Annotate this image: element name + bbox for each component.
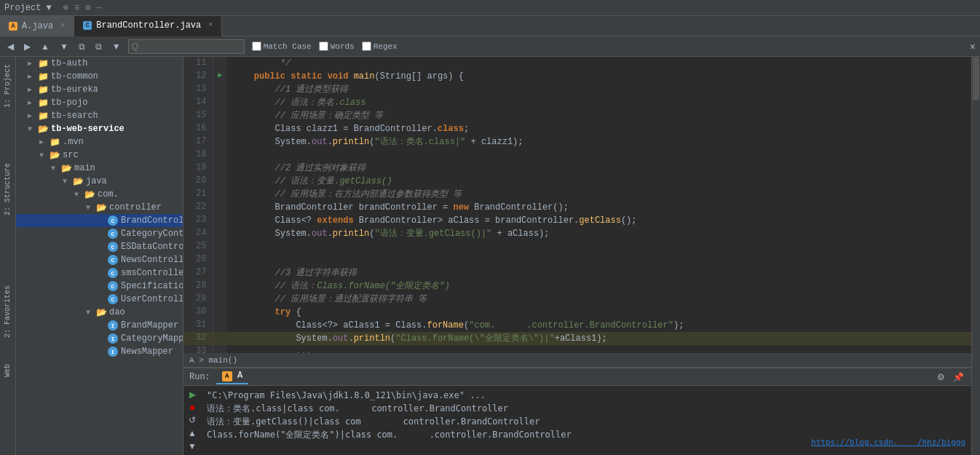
sidebar-item-com[interactable]: ▼ 📂 com.: [16, 188, 183, 201]
sidebar-item-newsmapper[interactable]: I NewsMapper: [16, 345, 183, 358]
tab-brandcontroller[interactable]: C BrandController.java ×: [74, 16, 222, 36]
line-content-21[interactable]: // 应用场景：在方法内部通过参数获得类型 等: [227, 188, 971, 201]
sidebar-item-java[interactable]: ▼ 📂 java: [16, 175, 183, 188]
expand-arrow-src: ▼: [39, 151, 50, 159]
java-icon-esdatacontroller: C: [108, 242, 118, 252]
right-scrollbar[interactable]: [971, 57, 980, 455]
search-back-btn[interactable]: ◀: [4, 40, 17, 53]
sidebar-item-newscontroller[interactable]: C NewsController: [16, 253, 183, 266]
interface-icon-newsmapper: I: [108, 347, 118, 357]
side-tab-project[interactable]: 1: Project: [2, 60, 13, 112]
sidebar-item-tb-pojo[interactable]: ▶ 📁 tb-pojo: [16, 96, 183, 109]
line-content-32[interactable]: System.out.println("Class.forName(\"全限定类…: [227, 332, 971, 345]
blog-link[interactable]: https://blog.csdn. /hhz/biggg: [811, 438, 965, 447]
line-content-18[interactable]: [227, 149, 971, 162]
sidebar-item-specificationcontroller[interactable]: C SpecificationController: [16, 280, 183, 293]
line-content-26[interactable]: [227, 253, 971, 266]
sidebar-item-brandcontroller[interactable]: C BrandController: [16, 214, 183, 227]
line-gutter-12: ▶: [213, 70, 227, 83]
run-settings-btn[interactable]: ⚙: [933, 370, 948, 384]
project-label[interactable]: Project ▼: [4, 3, 52, 13]
table-row: 11 */: [183, 57, 971, 70]
table-row: 25: [183, 240, 971, 253]
line-content-11[interactable]: */: [227, 57, 971, 70]
line-content-33[interactable]: ...: [227, 345, 971, 353]
line-content-23[interactable]: Class<? extends BrandController> aClass …: [227, 214, 971, 227]
sidebar-item-controller[interactable]: ▼ 📂 controller: [16, 201, 183, 214]
tab-b-close[interactable]: ×: [208, 21, 213, 29]
label-src: src: [63, 150, 79, 160]
line-gutter-30: [213, 306, 227, 319]
code-scroll[interactable]: 11 */ 12 ▶ public static void main(Strin…: [183, 57, 971, 353]
sidebar-item-dao[interactable]: ▼ 📂 dao: [16, 306, 183, 319]
search-copy2-btn[interactable]: ⧉: [92, 40, 105, 53]
line-content-31[interactable]: Class<?> aClass1 = Class.forName("com. .…: [227, 319, 971, 332]
search-up-btn[interactable]: ▲: [38, 40, 52, 53]
sidebar-item-usercontroller[interactable]: C UserController: [16, 293, 183, 306]
line-content-12[interactable]: public static void main(String[] args) {: [227, 70, 971, 83]
search-input[interactable]: [129, 41, 231, 52]
run-play-btn[interactable]: ▶: [185, 389, 199, 400]
run-pin-btn[interactable]: 📌: [951, 370, 965, 384]
sidebar-item-esdatacontroller[interactable]: C ESDataController: [16, 240, 183, 253]
tab-a-close[interactable]: ×: [60, 22, 65, 30]
run-up-btn[interactable]: ▲: [185, 427, 199, 439]
tab-a-java[interactable]: A A.java ×: [0, 16, 74, 36]
line-gutter-33: [213, 345, 227, 353]
line-content-25[interactable]: [227, 240, 971, 253]
line-content-30[interactable]: try {: [227, 306, 971, 319]
label-smscontroller: smsController: [121, 268, 183, 278]
match-case-option[interactable]: Match Case: [252, 41, 312, 51]
regex-option[interactable]: Regex: [362, 41, 398, 51]
sidebar-item-tb-eureka[interactable]: ▶ 📁 tb-eureka: [16, 83, 183, 96]
run-down-btn[interactable]: ▼: [185, 440, 199, 452]
line-content-13[interactable]: //1 通过类型获得: [227, 83, 971, 96]
sidebar-item-main[interactable]: ▼ 📂 main: [16, 162, 183, 175]
side-tab-web[interactable]: Web: [2, 360, 13, 381]
sidebar-item-smscontroller[interactable]: C smsController: [16, 266, 183, 280]
sidebar-item-tb-web-service[interactable]: ▼ 📂 tb-web-service: [16, 122, 183, 135]
table-row: 17 System.out.println("语法：类名.class|" + c…: [183, 135, 971, 149]
sidebar-item-categorymapper[interactable]: I CategoryMapper: [16, 332, 183, 345]
regex-checkbox[interactable]: [362, 41, 371, 51]
label-main: main: [74, 163, 95, 173]
line-content-16[interactable]: Class clazz1 = BrandController.class;: [227, 122, 971, 135]
line-content-29[interactable]: // 应用场景：通过配置获得字符串 等: [227, 293, 971, 306]
sidebar-item-tb-common[interactable]: ▶ 📁 tb-common: [16, 70, 183, 83]
line-content-20[interactable]: // 语法：变量.getClass(): [227, 175, 971, 188]
line-content-15[interactable]: // 应用场景：确定类型 等: [227, 109, 971, 122]
side-tab-structure[interactable]: 2: Structure: [2, 159, 13, 220]
run-stop-btn[interactable]: ■: [185, 402, 199, 414]
line-content-14[interactable]: // 语法：类名.class: [227, 96, 971, 109]
sidebar-item-tb-search[interactable]: ▶ 📁 tb-search: [16, 109, 183, 122]
run-tab-a[interactable]: A A: [216, 369, 248, 384]
sidebar-item-src[interactable]: ▼ 📂 src: [16, 149, 183, 162]
side-tab-favorites[interactable]: 2: Favorites: [2, 281, 13, 342]
expand-arrow-tb-web: ▼: [28, 125, 38, 133]
line-content-19[interactable]: //2 通过实例对象获得: [227, 162, 971, 175]
sidebar-item-brandmapper[interactable]: I BrandMapper: [16, 319, 183, 332]
search-forward-btn[interactable]: ▶: [21, 40, 33, 53]
sidebar-item-categorycontroller[interactable]: C CategoryController: [16, 227, 183, 240]
tab-bar: A A.java × C BrandController.java ×: [0, 16, 980, 36]
line-content-24[interactable]: System.out.println("语法：变量.getClass()|" +…: [227, 227, 971, 240]
line-content-27[interactable]: //3 通过字符串获得: [227, 266, 971, 280]
words-option[interactable]: Words: [319, 41, 355, 51]
label-tb-pojo: tb-pojo: [51, 98, 87, 108]
sidebar-item-mvn[interactable]: ▶ 📁 .mvn: [16, 135, 183, 149]
line-content-17[interactable]: System.out.println("语法：类名.class|" + claz…: [227, 135, 971, 149]
search-filter-btn[interactable]: ▼: [109, 40, 124, 53]
words-checkbox[interactable]: [319, 41, 328, 51]
match-case-checkbox[interactable]: [252, 41, 261, 51]
search-bar: ◀ ▶ ▲ ▼ ⧉ ⧉ ▼ Match Case Words Regex ×: [0, 36, 980, 57]
run-rerun-btn[interactable]: ↺: [185, 415, 199, 427]
line-content-28[interactable]: // 语法：Class.forName("全限定类名"): [227, 280, 971, 293]
structure-icon: ≡: [74, 3, 79, 13]
search-down-btn[interactable]: ▼: [57, 40, 71, 53]
line-number-22: 22: [183, 201, 213, 214]
search-close-btn[interactable]: ×: [970, 41, 976, 52]
search-copy-btn[interactable]: ⧉: [76, 40, 88, 53]
label-java: java: [86, 176, 107, 186]
line-content-22[interactable]: BrandController brandController = new Br…: [227, 201, 971, 214]
sidebar-item-tb-auth[interactable]: ▶ 📁 tb-auth: [16, 57, 183, 70]
